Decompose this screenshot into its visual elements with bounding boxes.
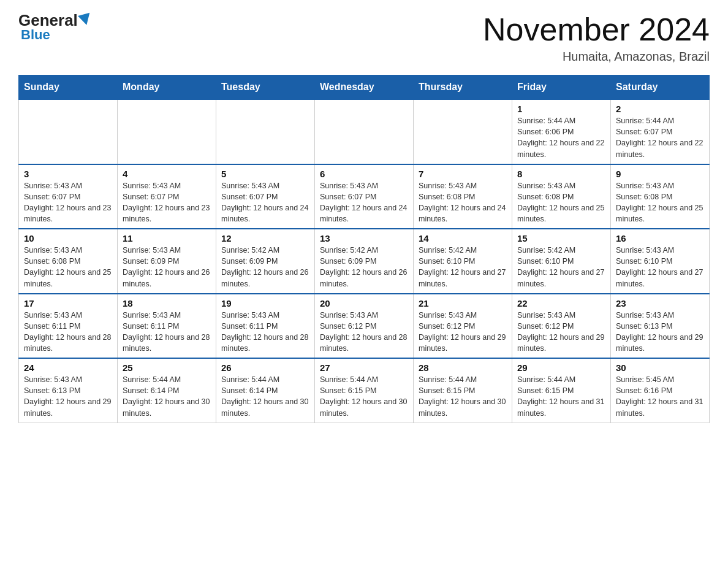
day-info: Sunrise: 5:44 AMSunset: 6:15 PMDaylight:…	[320, 374, 408, 419]
header-tuesday: Tuesday	[216, 75, 315, 100]
calendar-cell: 14Sunrise: 5:42 AMSunset: 6:10 PMDayligh…	[414, 229, 512, 294]
calendar-cell	[118, 99, 216, 164]
day-info: Sunrise: 5:43 AMSunset: 6:08 PMDaylight:…	[419, 180, 507, 225]
day-number: 20	[320, 298, 408, 308]
day-number: 27	[320, 362, 408, 373]
day-number: 5	[221, 169, 309, 179]
logo-blue: Blue	[21, 27, 50, 43]
header: General Blue November 2024 Humaita, Amaz…	[18, 12, 710, 64]
day-number: 15	[517, 233, 605, 243]
day-info: Sunrise: 5:42 AMSunset: 6:09 PMDaylight:…	[221, 245, 309, 289]
calendar-cell: 1Sunrise: 5:44 AMSunset: 6:06 PMDaylight…	[512, 99, 611, 164]
day-number: 17	[24, 298, 112, 308]
day-info: Sunrise: 5:43 AMSunset: 6:07 PMDaylight:…	[123, 180, 211, 225]
calendar-cell: 24Sunrise: 5:43 AMSunset: 6:13 PMDayligh…	[19, 358, 118, 423]
calendar-cell: 2Sunrise: 5:44 AMSunset: 6:07 PMDaylight…	[611, 99, 710, 164]
day-number: 18	[123, 298, 211, 308]
calendar-cell	[216, 99, 315, 164]
day-info: Sunrise: 5:44 AMSunset: 6:14 PMDaylight:…	[221, 374, 309, 419]
day-info: Sunrise: 5:44 AMSunset: 6:06 PMDaylight:…	[517, 115, 605, 160]
week-row-0: 1Sunrise: 5:44 AMSunset: 6:06 PMDaylight…	[19, 99, 710, 164]
day-info: Sunrise: 5:43 AMSunset: 6:10 PMDaylight:…	[616, 245, 704, 289]
calendar-cell: 18Sunrise: 5:43 AMSunset: 6:11 PMDayligh…	[118, 294, 216, 359]
logo-text: General	[18, 12, 91, 28]
day-number: 25	[123, 362, 211, 373]
calendar-cell: 7Sunrise: 5:43 AMSunset: 6:08 PMDaylight…	[414, 164, 512, 229]
title-area: November 2024 Humaita, Amazonas, Brazil	[483, 12, 710, 64]
calendar-cell: 25Sunrise: 5:44 AMSunset: 6:14 PMDayligh…	[118, 358, 216, 423]
calendar-cell: 19Sunrise: 5:43 AMSunset: 6:11 PMDayligh…	[216, 294, 315, 359]
day-info: Sunrise: 5:44 AMSunset: 6:14 PMDaylight:…	[123, 374, 211, 419]
day-number: 22	[517, 298, 605, 308]
week-row-4: 24Sunrise: 5:43 AMSunset: 6:13 PMDayligh…	[19, 358, 710, 423]
week-row-1: 3Sunrise: 5:43 AMSunset: 6:07 PMDaylight…	[19, 164, 710, 229]
day-number: 9	[616, 169, 704, 179]
day-info: Sunrise: 5:45 AMSunset: 6:16 PMDaylight:…	[616, 374, 704, 419]
day-number: 23	[616, 298, 704, 308]
day-number: 13	[320, 233, 408, 243]
day-number: 4	[123, 169, 211, 179]
calendar-cell: 13Sunrise: 5:42 AMSunset: 6:09 PMDayligh…	[315, 229, 414, 294]
calendar-header: SundayMondayTuesdayWednesdayThursdayFrid…	[19, 75, 710, 100]
calendar-cell: 4Sunrise: 5:43 AMSunset: 6:07 PMDaylight…	[118, 164, 216, 229]
day-number: 10	[24, 233, 112, 243]
header-row: SundayMondayTuesdayWednesdayThursdayFrid…	[19, 75, 710, 100]
logo: General Blue	[18, 12, 91, 43]
day-info: Sunrise: 5:42 AMSunset: 6:09 PMDaylight:…	[320, 245, 408, 289]
day-number: 1	[517, 104, 605, 114]
day-info: Sunrise: 5:44 AMSunset: 6:15 PMDaylight:…	[419, 374, 507, 419]
calendar-cell: 15Sunrise: 5:42 AMSunset: 6:10 PMDayligh…	[512, 229, 611, 294]
week-row-2: 10Sunrise: 5:43 AMSunset: 6:08 PMDayligh…	[19, 229, 710, 294]
calendar-cell	[414, 99, 512, 164]
day-info: Sunrise: 5:43 AMSunset: 6:08 PMDaylight:…	[24, 245, 112, 289]
day-info: Sunrise: 5:44 AMSunset: 6:15 PMDaylight:…	[517, 374, 605, 419]
calendar-cell: 8Sunrise: 5:43 AMSunset: 6:08 PMDaylight…	[512, 164, 611, 229]
calendar-cell: 5Sunrise: 5:43 AMSunset: 6:07 PMDaylight…	[216, 164, 315, 229]
day-info: Sunrise: 5:43 AMSunset: 6:11 PMDaylight:…	[221, 310, 309, 354]
header-wednesday: Wednesday	[315, 75, 414, 100]
day-number: 12	[221, 233, 309, 243]
header-friday: Friday	[512, 75, 611, 100]
calendar-cell: 16Sunrise: 5:43 AMSunset: 6:10 PMDayligh…	[611, 229, 710, 294]
day-info: Sunrise: 5:43 AMSunset: 6:11 PMDaylight:…	[24, 310, 112, 354]
day-number: 28	[419, 362, 507, 373]
logo-triangle-icon	[78, 13, 93, 27]
calendar-cell: 29Sunrise: 5:44 AMSunset: 6:15 PMDayligh…	[512, 358, 611, 423]
day-info: Sunrise: 5:43 AMSunset: 6:13 PMDaylight:…	[24, 374, 112, 419]
calendar-body: 1Sunrise: 5:44 AMSunset: 6:06 PMDaylight…	[19, 99, 710, 423]
calendar-cell: 17Sunrise: 5:43 AMSunset: 6:11 PMDayligh…	[19, 294, 118, 359]
calendar-cell: 20Sunrise: 5:43 AMSunset: 6:12 PMDayligh…	[315, 294, 414, 359]
calendar-cell: 11Sunrise: 5:43 AMSunset: 6:09 PMDayligh…	[118, 229, 216, 294]
calendar-cell: 27Sunrise: 5:44 AMSunset: 6:15 PMDayligh…	[315, 358, 414, 423]
day-info: Sunrise: 5:43 AMSunset: 6:07 PMDaylight:…	[221, 180, 309, 225]
day-info: Sunrise: 5:43 AMSunset: 6:07 PMDaylight:…	[24, 180, 112, 225]
day-number: 24	[24, 362, 112, 373]
day-info: Sunrise: 5:43 AMSunset: 6:12 PMDaylight:…	[419, 310, 507, 354]
header-saturday: Saturday	[611, 75, 710, 100]
calendar-cell: 26Sunrise: 5:44 AMSunset: 6:14 PMDayligh…	[216, 358, 315, 423]
calendar-cell: 28Sunrise: 5:44 AMSunset: 6:15 PMDayligh…	[414, 358, 512, 423]
calendar-cell: 9Sunrise: 5:43 AMSunset: 6:08 PMDaylight…	[611, 164, 710, 229]
day-number: 3	[24, 169, 112, 179]
day-number: 14	[419, 233, 507, 243]
header-thursday: Thursday	[414, 75, 512, 100]
header-monday: Monday	[118, 75, 216, 100]
day-number: 21	[419, 298, 507, 308]
day-info: Sunrise: 5:43 AMSunset: 6:13 PMDaylight:…	[616, 310, 704, 354]
header-sunday: Sunday	[19, 75, 118, 100]
calendar-cell: 10Sunrise: 5:43 AMSunset: 6:08 PMDayligh…	[19, 229, 118, 294]
calendar-cell	[19, 99, 118, 164]
day-info: Sunrise: 5:43 AMSunset: 6:12 PMDaylight:…	[517, 310, 605, 354]
location-subtitle: Humaita, Amazonas, Brazil	[483, 50, 710, 64]
calendar-table: SundayMondayTuesdayWednesdayThursdayFrid…	[18, 75, 710, 423]
calendar-cell: 21Sunrise: 5:43 AMSunset: 6:12 PMDayligh…	[414, 294, 512, 359]
day-number: 8	[517, 169, 605, 179]
calendar-cell: 6Sunrise: 5:43 AMSunset: 6:07 PMDaylight…	[315, 164, 414, 229]
day-number: 16	[616, 233, 704, 243]
day-info: Sunrise: 5:43 AMSunset: 6:08 PMDaylight:…	[517, 180, 605, 225]
day-info: Sunrise: 5:43 AMSunset: 6:09 PMDaylight:…	[123, 245, 211, 289]
day-number: 7	[419, 169, 507, 179]
day-number: 30	[616, 362, 704, 373]
calendar-cell	[315, 99, 414, 164]
calendar-cell: 23Sunrise: 5:43 AMSunset: 6:13 PMDayligh…	[611, 294, 710, 359]
